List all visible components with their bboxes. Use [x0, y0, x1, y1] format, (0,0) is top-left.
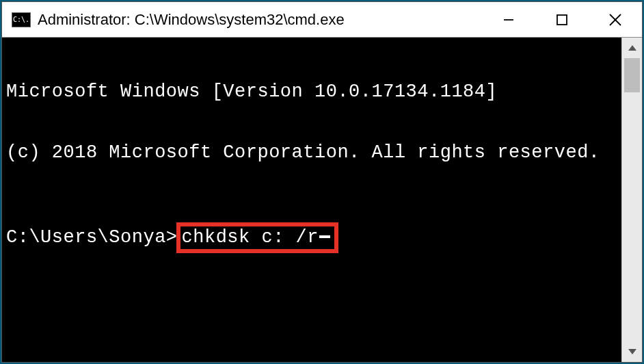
cmd-window: C:\. Administrator: C:\Windows\system32\… [1, 1, 643, 363]
window-controls [482, 2, 642, 37]
svg-marker-5 [628, 349, 636, 354]
chevron-down-icon [628, 348, 637, 355]
scroll-down-button[interactable] [622, 341, 642, 362]
maximize-button[interactable] [535, 2, 589, 37]
minimize-icon [502, 13, 515, 27]
terminal[interactable]: Microsoft Windows [Version 10.0.17134.11… [2, 38, 621, 362]
vertical-scrollbar[interactable] [621, 38, 642, 362]
version-line: Microsoft Windows [Version 10.0.17134.11… [6, 82, 620, 103]
content-area: Microsoft Windows [Version 10.0.17134.11… [2, 38, 642, 362]
close-icon [608, 12, 623, 27]
maximize-icon [556, 14, 568, 26]
scroll-thumb[interactable] [624, 58, 640, 92]
svg-rect-1 [557, 15, 567, 25]
scroll-track[interactable] [622, 58, 642, 341]
prompt-line: C:\Users\Sonya>chkdsk c: /r [6, 222, 620, 254]
minimize-button[interactable] [482, 2, 535, 37]
prompt-text: C:\Users\Sonya> [6, 228, 178, 248]
close-button[interactable] [589, 2, 642, 37]
cursor [319, 235, 330, 238]
copyright-line: (c) 2018 Microsoft Corporation. All righ… [6, 143, 620, 164]
cmd-icon: C:\. [12, 12, 31, 27]
titlebar[interactable]: C:\. Administrator: C:\Windows\system32\… [2, 2, 642, 38]
svg-marker-4 [628, 45, 636, 51]
cmd-icon-text: C:\. [13, 16, 29, 23]
window-title: Administrator: C:\Windows\system32\cmd.e… [38, 11, 482, 29]
chevron-up-icon [628, 44, 637, 51]
command-highlight: chkdsk c: /r [176, 222, 338, 254]
scroll-up-button[interactable] [622, 38, 642, 58]
command-text: chkdsk c: /r [182, 228, 319, 248]
